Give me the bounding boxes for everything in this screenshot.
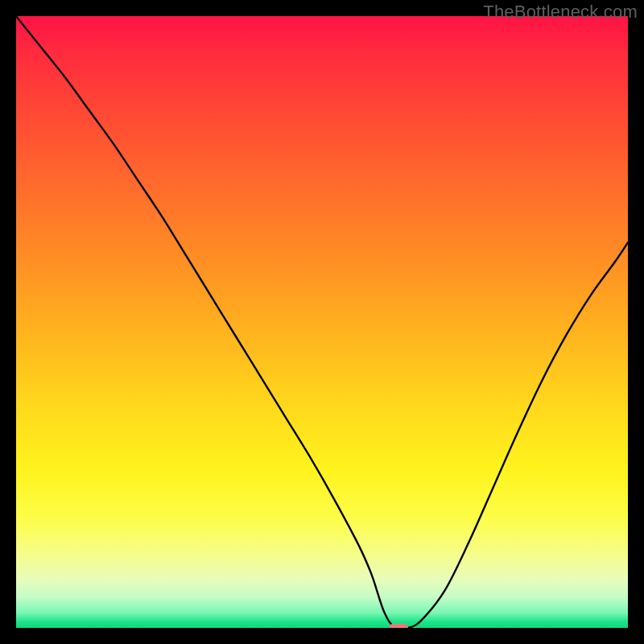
optimal-marker [389, 624, 408, 628]
watermark-text: TheBottleneck.com [483, 2, 638, 23]
plot-area [16, 16, 628, 628]
bottleneck-curve [16, 16, 628, 628]
chart-frame: TheBottleneck.com [0, 0, 644, 644]
